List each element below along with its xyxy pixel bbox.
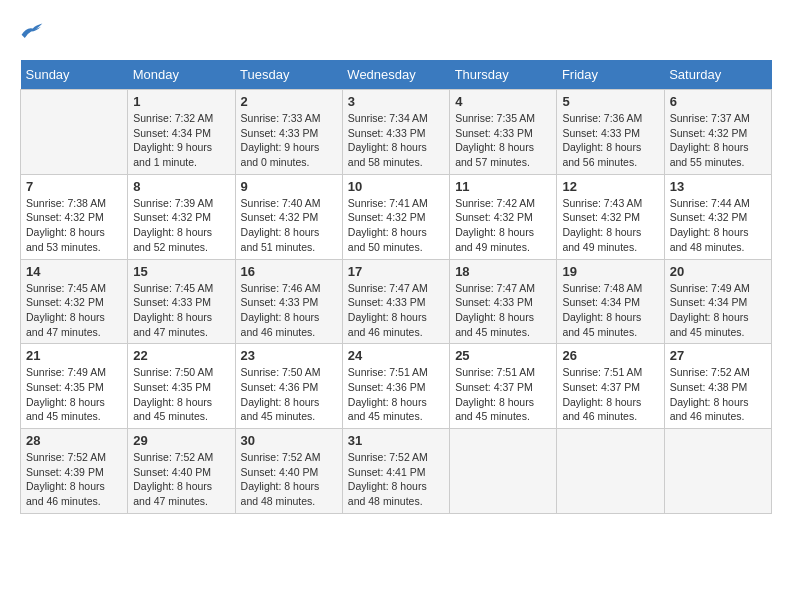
calendar-cell [21, 90, 128, 175]
calendar-cell: 23Sunrise: 7:50 AM Sunset: 4:36 PM Dayli… [235, 344, 342, 429]
day-number: 24 [348, 348, 444, 363]
day-number: 13 [670, 179, 766, 194]
calendar-cell: 27Sunrise: 7:52 AM Sunset: 4:38 PM Dayli… [664, 344, 771, 429]
day-info: Sunrise: 7:43 AM Sunset: 4:32 PM Dayligh… [562, 196, 658, 255]
page-header [20, 20, 772, 44]
calendar-cell: 20Sunrise: 7:49 AM Sunset: 4:34 PM Dayli… [664, 259, 771, 344]
weekday-header-saturday: Saturday [664, 60, 771, 90]
calendar-cell: 1Sunrise: 7:32 AM Sunset: 4:34 PM Daylig… [128, 90, 235, 175]
weekday-header-thursday: Thursday [450, 60, 557, 90]
day-info: Sunrise: 7:52 AM Sunset: 4:39 PM Dayligh… [26, 450, 122, 509]
calendar-cell: 16Sunrise: 7:46 AM Sunset: 4:33 PM Dayli… [235, 259, 342, 344]
day-info: Sunrise: 7:32 AM Sunset: 4:34 PM Dayligh… [133, 111, 229, 170]
day-number: 30 [241, 433, 337, 448]
day-number: 18 [455, 264, 551, 279]
calendar-cell: 15Sunrise: 7:45 AM Sunset: 4:33 PM Dayli… [128, 259, 235, 344]
weekday-header-wednesday: Wednesday [342, 60, 449, 90]
logo-bird-icon [20, 20, 44, 40]
calendar-cell: 6Sunrise: 7:37 AM Sunset: 4:32 PM Daylig… [664, 90, 771, 175]
day-info: Sunrise: 7:37 AM Sunset: 4:32 PM Dayligh… [670, 111, 766, 170]
day-number: 16 [241, 264, 337, 279]
day-number: 31 [348, 433, 444, 448]
day-info: Sunrise: 7:42 AM Sunset: 4:32 PM Dayligh… [455, 196, 551, 255]
calendar-cell [450, 429, 557, 514]
day-info: Sunrise: 7:47 AM Sunset: 4:33 PM Dayligh… [348, 281, 444, 340]
day-number: 9 [241, 179, 337, 194]
calendar-cell: 4Sunrise: 7:35 AM Sunset: 4:33 PM Daylig… [450, 90, 557, 175]
day-number: 20 [670, 264, 766, 279]
calendar-week-row: 21Sunrise: 7:49 AM Sunset: 4:35 PM Dayli… [21, 344, 772, 429]
calendar-cell: 12Sunrise: 7:43 AM Sunset: 4:32 PM Dayli… [557, 174, 664, 259]
calendar-cell: 22Sunrise: 7:50 AM Sunset: 4:35 PM Dayli… [128, 344, 235, 429]
calendar-cell [664, 429, 771, 514]
day-info: Sunrise: 7:45 AM Sunset: 4:32 PM Dayligh… [26, 281, 122, 340]
day-info: Sunrise: 7:38 AM Sunset: 4:32 PM Dayligh… [26, 196, 122, 255]
calendar-cell: 17Sunrise: 7:47 AM Sunset: 4:33 PM Dayli… [342, 259, 449, 344]
day-info: Sunrise: 7:50 AM Sunset: 4:35 PM Dayligh… [133, 365, 229, 424]
calendar-cell: 8Sunrise: 7:39 AM Sunset: 4:32 PM Daylig… [128, 174, 235, 259]
calendar-cell: 19Sunrise: 7:48 AM Sunset: 4:34 PM Dayli… [557, 259, 664, 344]
day-info: Sunrise: 7:48 AM Sunset: 4:34 PM Dayligh… [562, 281, 658, 340]
day-number: 15 [133, 264, 229, 279]
day-number: 11 [455, 179, 551, 194]
day-number: 21 [26, 348, 122, 363]
day-number: 19 [562, 264, 658, 279]
day-number: 10 [348, 179, 444, 194]
day-info: Sunrise: 7:34 AM Sunset: 4:33 PM Dayligh… [348, 111, 444, 170]
weekday-header-row: SundayMondayTuesdayWednesdayThursdayFrid… [21, 60, 772, 90]
day-info: Sunrise: 7:52 AM Sunset: 4:41 PM Dayligh… [348, 450, 444, 509]
weekday-header-sunday: Sunday [21, 60, 128, 90]
logo [20, 20, 48, 44]
day-info: Sunrise: 7:41 AM Sunset: 4:32 PM Dayligh… [348, 196, 444, 255]
day-info: Sunrise: 7:49 AM Sunset: 4:34 PM Dayligh… [670, 281, 766, 340]
calendar-cell: 14Sunrise: 7:45 AM Sunset: 4:32 PM Dayli… [21, 259, 128, 344]
day-number: 3 [348, 94, 444, 109]
weekday-header-tuesday: Tuesday [235, 60, 342, 90]
day-info: Sunrise: 7:52 AM Sunset: 4:40 PM Dayligh… [241, 450, 337, 509]
calendar-cell: 9Sunrise: 7:40 AM Sunset: 4:32 PM Daylig… [235, 174, 342, 259]
calendar-cell: 11Sunrise: 7:42 AM Sunset: 4:32 PM Dayli… [450, 174, 557, 259]
day-number: 6 [670, 94, 766, 109]
day-info: Sunrise: 7:51 AM Sunset: 4:37 PM Dayligh… [562, 365, 658, 424]
day-number: 7 [26, 179, 122, 194]
calendar-cell: 21Sunrise: 7:49 AM Sunset: 4:35 PM Dayli… [21, 344, 128, 429]
day-info: Sunrise: 7:44 AM Sunset: 4:32 PM Dayligh… [670, 196, 766, 255]
calendar-cell: 5Sunrise: 7:36 AM Sunset: 4:33 PM Daylig… [557, 90, 664, 175]
day-info: Sunrise: 7:51 AM Sunset: 4:36 PM Dayligh… [348, 365, 444, 424]
weekday-header-friday: Friday [557, 60, 664, 90]
calendar-week-row: 14Sunrise: 7:45 AM Sunset: 4:32 PM Dayli… [21, 259, 772, 344]
calendar-cell: 30Sunrise: 7:52 AM Sunset: 4:40 PM Dayli… [235, 429, 342, 514]
day-info: Sunrise: 7:52 AM Sunset: 4:40 PM Dayligh… [133, 450, 229, 509]
calendar-cell: 7Sunrise: 7:38 AM Sunset: 4:32 PM Daylig… [21, 174, 128, 259]
day-number: 14 [26, 264, 122, 279]
day-info: Sunrise: 7:52 AM Sunset: 4:38 PM Dayligh… [670, 365, 766, 424]
day-info: Sunrise: 7:40 AM Sunset: 4:32 PM Dayligh… [241, 196, 337, 255]
day-number: 29 [133, 433, 229, 448]
day-number: 28 [26, 433, 122, 448]
calendar-cell: 3Sunrise: 7:34 AM Sunset: 4:33 PM Daylig… [342, 90, 449, 175]
day-number: 25 [455, 348, 551, 363]
calendar-cell: 10Sunrise: 7:41 AM Sunset: 4:32 PM Dayli… [342, 174, 449, 259]
day-number: 2 [241, 94, 337, 109]
calendar-cell: 24Sunrise: 7:51 AM Sunset: 4:36 PM Dayli… [342, 344, 449, 429]
day-number: 4 [455, 94, 551, 109]
weekday-header-monday: Monday [128, 60, 235, 90]
calendar-table: SundayMondayTuesdayWednesdayThursdayFrid… [20, 60, 772, 514]
day-info: Sunrise: 7:45 AM Sunset: 4:33 PM Dayligh… [133, 281, 229, 340]
day-number: 5 [562, 94, 658, 109]
day-number: 17 [348, 264, 444, 279]
calendar-cell: 28Sunrise: 7:52 AM Sunset: 4:39 PM Dayli… [21, 429, 128, 514]
calendar-cell [557, 429, 664, 514]
calendar-cell: 13Sunrise: 7:44 AM Sunset: 4:32 PM Dayli… [664, 174, 771, 259]
day-info: Sunrise: 7:50 AM Sunset: 4:36 PM Dayligh… [241, 365, 337, 424]
day-number: 23 [241, 348, 337, 363]
calendar-cell: 26Sunrise: 7:51 AM Sunset: 4:37 PM Dayli… [557, 344, 664, 429]
day-info: Sunrise: 7:33 AM Sunset: 4:33 PM Dayligh… [241, 111, 337, 170]
calendar-cell: 31Sunrise: 7:52 AM Sunset: 4:41 PM Dayli… [342, 429, 449, 514]
calendar-cell: 25Sunrise: 7:51 AM Sunset: 4:37 PM Dayli… [450, 344, 557, 429]
calendar-cell: 29Sunrise: 7:52 AM Sunset: 4:40 PM Dayli… [128, 429, 235, 514]
day-number: 26 [562, 348, 658, 363]
day-info: Sunrise: 7:46 AM Sunset: 4:33 PM Dayligh… [241, 281, 337, 340]
day-number: 12 [562, 179, 658, 194]
day-number: 27 [670, 348, 766, 363]
